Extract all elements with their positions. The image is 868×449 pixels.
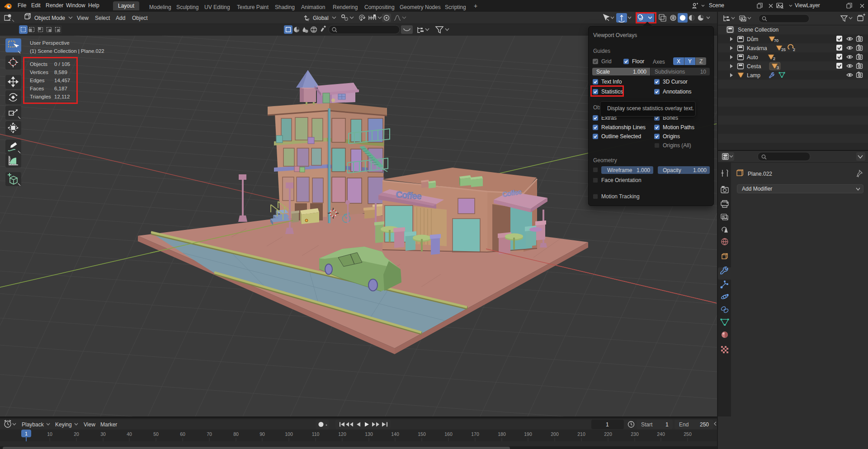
svg-text:Start: Start [641,421,653,428]
svg-text:60: 60 [180,431,185,437]
svg-text:250: 250 [700,421,709,428]
svg-text:Cesta: Cesta [747,63,761,70]
svg-text:Object: Object [132,15,148,21]
svg-text:Playback: Playback [22,421,44,428]
svg-text:Kavárna: Kavárna [747,45,767,51]
svg-text:130: 130 [365,431,373,437]
svg-text:100: 100 [285,431,293,437]
svg-text:Marker: Marker [100,421,117,428]
svg-text:Global: Global [313,15,329,21]
svg-text:90: 90 [259,431,265,437]
svg-text:1: 1 [606,421,609,428]
svg-text:240: 240 [657,431,665,437]
svg-text:2: 2 [773,56,775,61]
svg-text:1: 1 [665,421,669,428]
svg-text:Keying: Keying [55,421,72,428]
svg-text:Dům: Dům [747,36,758,42]
svg-text:70: 70 [207,431,212,437]
svg-text:210: 210 [577,431,585,437]
svg-text:250: 250 [684,431,692,437]
svg-text:Plane.022: Plane.022 [748,171,772,177]
svg-text:110: 110 [312,431,320,437]
svg-text:120: 120 [338,431,346,437]
svg-text:Scene Collection: Scene Collection [738,27,778,33]
svg-text:2: 2 [793,47,795,52]
svg-text:Coffee: Coffee [396,189,422,201]
svg-text:Select: Select [95,15,110,21]
svg-text:70: 70 [774,38,778,43]
svg-text:Add: Add [116,15,125,21]
svg-text:150: 150 [418,431,426,437]
svg-text:230: 230 [631,431,639,437]
svg-text:180: 180 [498,431,506,437]
svg-text:200: 200 [551,431,559,437]
svg-text:50: 50 [153,431,159,437]
svg-text:Auto: Auto [747,54,758,61]
svg-text:170: 170 [471,431,479,437]
svg-text:End: End [679,421,689,428]
svg-text:View: View [77,15,89,21]
svg-text:20: 20 [74,431,79,437]
svg-text:30: 30 [100,431,106,437]
svg-text:160: 160 [444,431,453,437]
svg-text:140: 140 [391,431,399,437]
svg-text:Lamp: Lamp [747,72,760,79]
svg-text:10: 10 [47,431,52,437]
svg-text:220: 220 [604,431,612,437]
svg-text:25: 25 [781,47,786,52]
svg-text:40: 40 [127,431,132,437]
svg-text:80: 80 [233,431,239,437]
svg-text:Object Mode: Object Mode [34,15,65,21]
svg-text:190: 190 [524,431,532,437]
svg-text:View: View [84,421,95,428]
svg-text:3: 3 [777,65,779,70]
svg-text:1: 1 [25,431,28,436]
